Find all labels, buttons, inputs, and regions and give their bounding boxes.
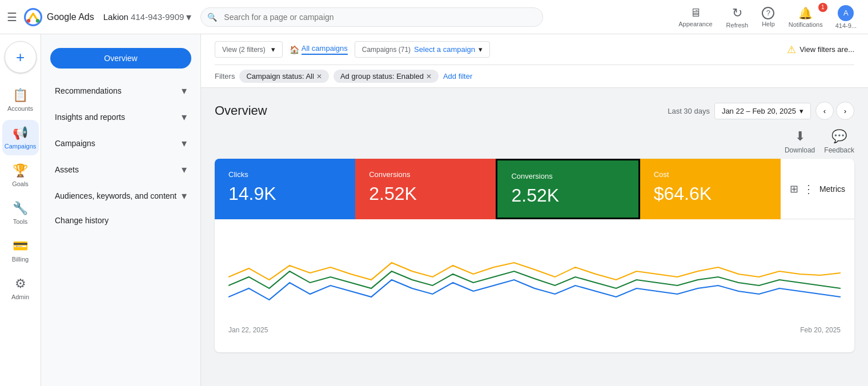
account-chevron-icon: ▾ (186, 11, 191, 23)
cost-value: $64.6K (654, 183, 767, 204)
campaigns-label: Campaigns (55, 139, 95, 148)
sidebar-item-campaigns[interactable]: 📢 Campaigns (2, 120, 39, 155)
campaign-status-chip[interactable]: Campaign status: All ✕ (239, 70, 329, 83)
sidebar-item-billing[interactable]: 💳 Billing (2, 233, 39, 268)
metrics-row: Clicks 14.9K Conversions 2.52K Conversio… (215, 159, 854, 219)
period-label: Last 30 days (668, 107, 710, 115)
left-nav-recommendations[interactable]: Recommendations ▾ (41, 78, 200, 104)
download-button[interactable]: ⬇ Download (785, 129, 815, 154)
add-filter-button[interactable]: Add filter (443, 72, 472, 81)
conversions2-label: Conversions (511, 172, 624, 180)
filter-chips-row: Filters Campaign status: All ✕ Ad group … (215, 65, 854, 87)
overview-button[interactable]: Overview (50, 48, 191, 69)
close-chip-2-icon[interactable]: ✕ (426, 73, 432, 81)
appearance-button[interactable]: 🖥 Appearance (673, 3, 718, 31)
goals-icon: 🏆 (13, 163, 28, 178)
notifications-label: Notifications (789, 21, 823, 28)
conversions1-value: 2.52K (369, 183, 482, 204)
account-info[interactable]: Lakion 414-943-9909 ▾ (103, 11, 192, 23)
account-avatar[interactable]: A 414-9... (831, 2, 861, 33)
metric-conversions1[interactable]: Conversions 2.52K (355, 159, 496, 219)
date-range-chevron-icon: ▾ (799, 107, 803, 115)
audiences-label: Audiences, keywords, and content (55, 191, 176, 200)
notifications-button[interactable]: 🔔 1 Notifications (783, 3, 829, 31)
warning-icon: ⚠ (787, 43, 796, 56)
select-campaign-chevron-icon: ▾ (479, 45, 483, 54)
nav-actions: 🖥 Appearance ↻ Refresh ? Help 🔔 1 Notifi… (673, 2, 861, 33)
refresh-button[interactable]: ↻ Refresh (721, 2, 754, 32)
clicks-label: Clicks (228, 170, 341, 179)
left-nav-change-history[interactable]: Change history (41, 209, 200, 232)
close-chip-icon[interactable]: ✕ (316, 73, 322, 81)
insights-label: Insights and reports (55, 112, 125, 122)
chart-line-conversions (228, 271, 841, 288)
ad-group-status-label: Ad group status: Enabled (340, 72, 424, 81)
main-content: Overview Recommendations ▾ Insights and … (41, 34, 868, 386)
help-button[interactable]: ? Help (756, 3, 781, 31)
view-filters-dropdown[interactable]: View (2 filters) ▾ (215, 41, 283, 58)
search-input[interactable] (200, 7, 543, 27)
avatar-label: 414-9... (835, 22, 857, 29)
appearance-label: Appearance (678, 21, 712, 27)
left-nav-assets[interactable]: Assets ▾ (41, 156, 200, 183)
metrics-table-button[interactable]: ⊞ (790, 183, 798, 195)
metric-conversions2[interactable]: Conversions 2.52K (496, 159, 640, 219)
recommendations-label: Recommendations (55, 86, 122, 95)
sidebar-item-accounts[interactable]: 📋 Accounts (2, 82, 39, 118)
filters-label: Filters (215, 72, 235, 81)
top-navigation: ☰ Google Ads Lakion 414-943-9909 ▾ 🔍 🖥 A… (0, 0, 868, 34)
metric-cost[interactable]: Cost $64.6K (640, 159, 781, 219)
google-ads-logo: Google Ads (24, 8, 94, 26)
chart-area: Jan 22, 2025 Feb 20, 2025 (215, 219, 854, 352)
chart-line-clicks (228, 280, 841, 300)
conversions1-label: Conversions (369, 170, 482, 179)
create-button[interactable]: + (5, 41, 37, 73)
metrics-chart-container: Clicks 14.9K Conversions 2.52K Conversio… (215, 159, 854, 352)
action-row: ⬇ Download 💬 Feedback (215, 129, 854, 154)
refresh-icon: ↻ (732, 6, 742, 21)
appearance-icon: 🖥 (690, 6, 701, 19)
sidebar-tools-label: Tools (13, 218, 28, 225)
notifications-icon: 🔔 (798, 6, 813, 20)
metric-clicks[interactable]: Clicks 14.9K (215, 159, 355, 219)
left-nav-audiences[interactable]: Audiences, keywords, and content ▾ (41, 183, 200, 209)
chart-line-cost (228, 263, 841, 280)
billing-icon: 💳 (13, 239, 28, 254)
overview-header: Overview Last 30 days Jan 22 – Feb 20, 2… (215, 102, 854, 120)
prev-arrow-button[interactable]: ‹ (815, 102, 834, 120)
assets-label: Assets (55, 165, 79, 174)
chart-svg (228, 228, 841, 320)
left-nav-campaigns[interactable]: Campaigns ▾ (41, 130, 200, 156)
home-icon: 🏠 (290, 45, 299, 54)
account-phone: 414-943-9909 (131, 12, 184, 22)
all-campaigns-tab[interactable]: 🏠 All campaigns (290, 44, 348, 55)
sidebar-item-tools[interactable]: 🔧 Tools (2, 195, 39, 231)
audiences-chevron-icon: ▾ (182, 190, 187, 202)
layout: Overview Recommendations ▾ Insights and … (41, 34, 868, 386)
sidebar-item-goals[interactable]: 🏆 Goals (2, 158, 39, 193)
view-filters-warning[interactable]: ⚠ View filters are... (787, 43, 854, 56)
sidebar-admin-label: Admin (11, 293, 29, 300)
overview-title: Overview (215, 103, 267, 118)
svg-point-2 (36, 19, 39, 22)
all-campaigns-label: All campaigns (302, 44, 348, 55)
next-arrow-button[interactable]: › (836, 102, 854, 120)
metrics-more-button[interactable]: ⋮ (803, 182, 815, 196)
sidebar-item-admin[interactable]: ⚙ Admin (2, 271, 39, 306)
left-nav: Overview Recommendations ▾ Insights and … (41, 34, 201, 386)
cost-label: Cost (654, 170, 767, 179)
menu-icon[interactable]: ☰ (7, 10, 17, 24)
left-nav-insights[interactable]: Insights and reports ▾ (41, 104, 200, 130)
overview-section: Overview Last 30 days Jan 22 – Feb 20, 2… (201, 88, 868, 366)
conversions2-value: 2.52K (511, 185, 624, 206)
select-campaign-label: Select a campaign (414, 45, 475, 54)
tools-icon: 🔧 (13, 201, 28, 216)
select-campaign-dropdown[interactable]: Campaigns (71) Select a campaign ▾ (355, 41, 490, 58)
date-range-button[interactable]: Jan 22 – Feb 20, 2025 ▾ (714, 103, 811, 119)
change-history-label: Change history (55, 216, 108, 225)
feedback-button[interactable]: 💬 Feedback (824, 129, 854, 154)
insights-chevron-icon: ▾ (182, 111, 187, 123)
date-range-label: Jan 22 – Feb 20, 2025 (722, 107, 796, 115)
ad-group-status-chip[interactable]: Ad group status: Enabled ✕ (333, 70, 439, 83)
date-controls: Last 30 days Jan 22 – Feb 20, 2025 ▾ ‹ › (668, 102, 854, 120)
